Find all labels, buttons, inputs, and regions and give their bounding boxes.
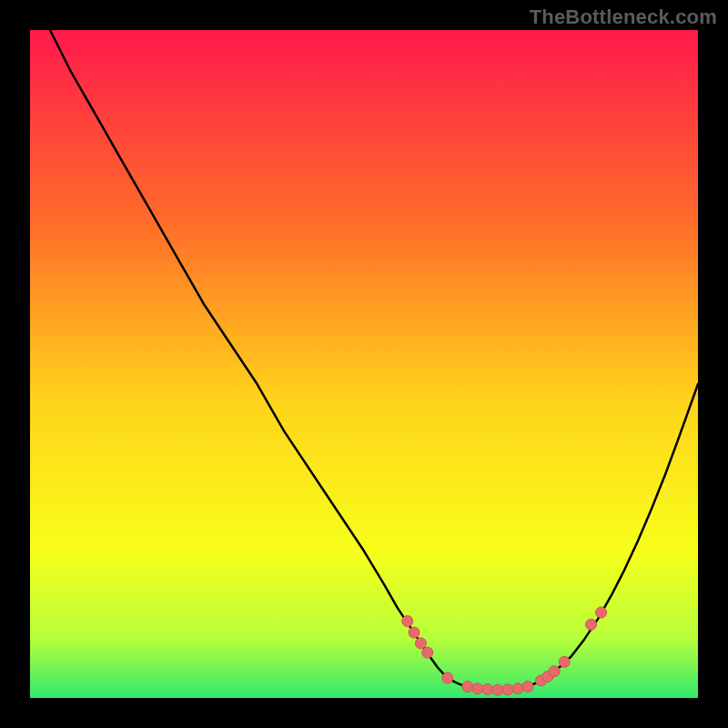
- watermark-text: TheBottleneck.com: [530, 5, 717, 29]
- curve-marker: [596, 607, 607, 618]
- curve-marker: [415, 638, 426, 649]
- curve-marker: [409, 627, 420, 638]
- curve-marker: [482, 683, 493, 694]
- curve-marker: [462, 682, 473, 693]
- curve-marker: [472, 683, 483, 694]
- curve-marker: [586, 619, 597, 630]
- chart-canvas: [30, 30, 698, 698]
- curve-marker: [559, 656, 570, 667]
- curve-marker: [442, 672, 453, 683]
- curve-marker: [492, 684, 503, 695]
- chart-stage: TheBottleneck.com: [0, 0, 728, 728]
- gradient-background: [30, 30, 698, 698]
- curve-marker: [502, 684, 513, 695]
- curve-marker: [422, 647, 433, 658]
- curve-marker: [512, 683, 523, 694]
- curve-marker: [522, 682, 533, 693]
- plot-area: [30, 30, 698, 698]
- curve-marker: [549, 666, 560, 677]
- curve-marker: [402, 616, 413, 627]
